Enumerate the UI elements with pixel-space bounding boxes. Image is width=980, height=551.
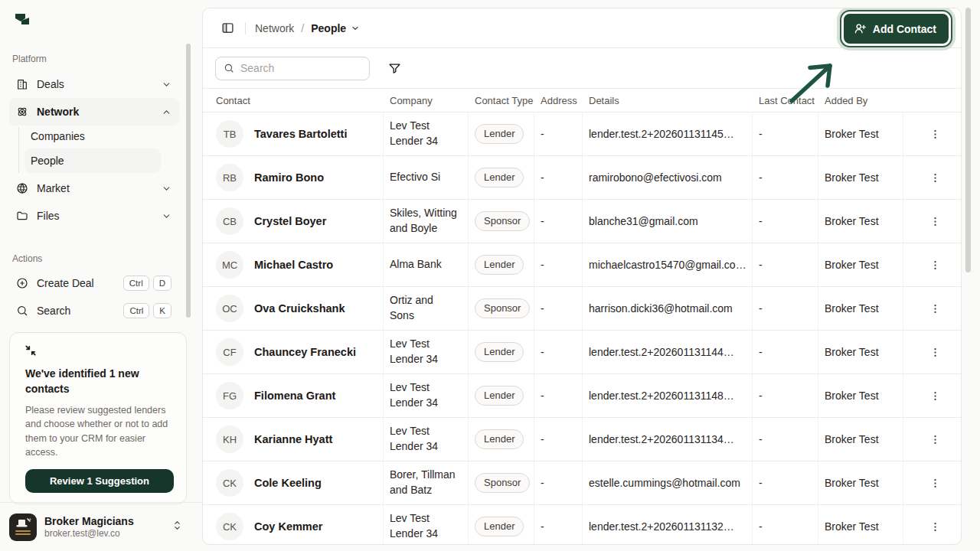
row-actions-menu-button[interactable] [926,213,944,230]
contact-avatar: CF [216,338,243,366]
files-folder-icon [15,210,28,223]
sidebar-item-files[interactable]: Files [9,202,179,230]
contact-avatar: OC [216,295,243,322]
kebab-menu-icon [929,434,941,445]
kbd-k: K [153,303,172,318]
sidebar-item-companies[interactable]: Companies [24,124,161,148]
contact-last-contact: - [753,331,818,373]
table-row[interactable]: TB Tavares Bartoletti Lev Test Lender 34… [203,112,961,156]
contact-avatar: KH [216,425,243,453]
contact-company: Efectivo Si [384,156,469,199]
page-scrollbar[interactable] [965,8,971,272]
contact-last-contact: - [753,243,818,286]
table-row[interactable]: CB Crystel Boyer Skiles, Witting and Boy… [203,200,961,243]
row-actions-menu-button[interactable] [926,169,944,187]
row-actions-menu-button[interactable] [926,431,944,448]
row-actions-menu-button[interactable] [926,474,944,492]
chevrons-up-down-icon [172,520,182,534]
row-actions-menu-button[interactable] [926,518,944,536]
action-search[interactable]: Search Ctrl K [9,297,179,324]
kebab-menu-icon [929,259,941,271]
search-field[interactable] [215,57,370,80]
chevron-down-icon [161,210,172,221]
contact-avatar: CK [216,469,243,497]
table-row[interactable]: CK Cole Keeling Borer, Tillman and Batz … [203,461,961,505]
chevron-down-icon [161,183,172,194]
contact-details: blanche31@gmail.com [583,200,753,243]
contact-avatar: CB [216,207,243,235]
contact-details: lender.test.2+202601131132… [583,505,753,545]
column-header-last-contact[interactable]: Last Contact [753,95,818,106]
kbd-ctrl: Ctrl [123,303,149,318]
contact-details: lender.test.2+202601131134… [583,418,753,461]
table-row[interactable]: MC Michael Castro Alma Bank Lender - mic… [203,243,961,287]
row-actions-menu-button[interactable] [926,126,944,143]
contact-company: Borer, Tillman and Batz [384,461,469,504]
row-actions-menu-button[interactable] [926,387,944,405]
contact-added-by: Broker Test [818,331,903,373]
sidebar: Platform Deals Network Companies People … [0,0,202,551]
review-suggestion-button[interactable]: Review 1 Suggestion [25,469,174,493]
contact-details: estelle.cummings@hotmail.com [583,461,753,504]
shortcut-keys: Ctrl D [123,276,172,291]
breadcrumb-people[interactable]: People [311,22,360,34]
contact-avatar: FG [216,382,243,409]
table-row[interactable]: KH Karianne Hyatt Lev Test Lender 34 Len… [203,418,961,461]
sidebar-toggle-button[interactable] [218,18,237,37]
contact-name: Tavares Bartoletti [254,128,347,140]
contact-avatar: TB [216,120,243,148]
contact-details: lender.test.2+202601131148… [583,374,753,417]
contact-added-by: Broker Test [818,200,903,243]
column-header-address[interactable]: Address [534,95,583,106]
market-globe-icon [15,182,28,195]
breadcrumb-network[interactable]: Network [255,22,294,34]
table-header-row: Contact Company Contact Type Address Det… [203,89,961,112]
column-header-added-by[interactable]: Added By [818,95,903,106]
contact-last-contact: - [753,505,818,545]
kbd-ctrl: Ctrl [123,276,149,291]
column-header-company[interactable]: Company [384,95,469,106]
search-icon [15,305,28,318]
sidebar-item-deals[interactable]: Deals [9,70,179,98]
main-panel: Network / People Add Contact Contact Com… [202,8,962,545]
row-actions-menu-button[interactable] [926,344,944,361]
row-actions-menu-button[interactable] [926,300,944,318]
table-row[interactable]: OC Ova Cruickshank Ortiz and Sons Sponso… [203,287,961,331]
contact-company: Lev Test Lender 34 [384,374,469,417]
sidebar-scrollbar[interactable] [186,44,191,318]
contact-last-contact: - [753,200,818,243]
kebab-menu-icon [929,216,941,227]
chevron-up-icon [161,106,172,117]
table-row[interactable]: FG Filomena Grant Lev Test Lender 34 Len… [203,374,961,418]
table-row[interactable]: CK Coy Kemmer Lev Test Lender 34 Lender … [203,505,961,545]
contact-last-contact: - [753,418,818,461]
contact-address: - [534,461,583,504]
row-actions-menu-button[interactable] [926,256,944,274]
add-contact-button[interactable]: Add Contact [844,14,949,44]
column-header-details[interactable]: Details [583,95,753,106]
contact-company: Lev Test Lender 34 [384,331,469,373]
contact-last-contact: - [753,112,818,155]
contact-avatar: CK [216,513,243,540]
workspace-switcher[interactable]: Broker Magicians broker.test@lev.co [0,502,202,551]
breadcrumb-people-label: People [311,22,346,34]
column-header-contact[interactable]: Contact [215,95,384,106]
search-input[interactable] [240,62,348,74]
sidebar-item-people[interactable]: People [24,148,161,173]
contact-address: - [534,287,583,330]
sidebar-item-market[interactable]: Market [9,174,179,202]
filter-button[interactable] [385,59,404,78]
column-header-contact-type[interactable]: Contact Type [469,95,534,106]
contact-name: Cole Keeling [254,477,322,489]
contact-type-badge: Lender [475,168,524,187]
contact-added-by: Broker Test [818,243,903,286]
kbd-d: D [153,276,172,291]
contact-type-badge: Lender [475,255,524,275]
table-row[interactable]: RB Ramiro Bono Efectivo Si Lender - rami… [203,156,961,200]
sidebar-item-label: Network [37,106,152,118]
sidebar-item-network[interactable]: Network [9,98,179,126]
table-body: TB Tavares Bartoletti Lev Test Lender 34… [203,112,961,545]
action-create-deal[interactable]: Create Deal Ctrl D [9,269,179,297]
page-header: Network / People Add Contact [203,8,961,48]
table-row[interactable]: CF Chauncey Franecki Lev Test Lender 34 … [203,331,961,374]
